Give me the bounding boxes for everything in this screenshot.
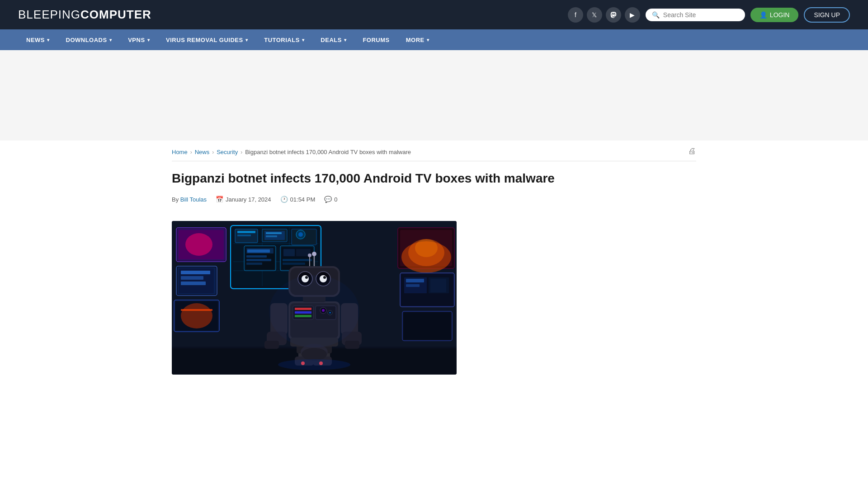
svg-point-106: [308, 253, 311, 257]
search-bar[interactable]: 🔍: [646, 9, 745, 21]
clock-icon: 🕐: [280, 196, 288, 203]
calendar-icon: 📅: [216, 196, 223, 203]
nav-item-virus-removal[interactable]: VIRUS REMOVAL GUIDES ▾: [158, 29, 256, 50]
article-hero-image: [172, 221, 457, 375]
article-date: 📅 January 17, 2024: [216, 196, 271, 203]
comment-icon: 💬: [324, 196, 332, 203]
breadcrumb-home[interactable]: Home: [172, 149, 188, 155]
nav-item-vpns[interactable]: VPNS ▾: [120, 29, 158, 50]
svg-rect-30: [266, 235, 277, 237]
svg-rect-29: [266, 232, 282, 234]
svg-point-5: [185, 233, 212, 256]
author-by-label: By Bill Toulas: [172, 196, 207, 203]
svg-rect-10: [181, 276, 203, 280]
svg-rect-46: [283, 259, 312, 261]
svg-point-53: [415, 239, 438, 257]
article-title: Bigpanzi botnet infects 170,000 Android …: [172, 170, 696, 187]
chevron-down-icon: ▾: [302, 38, 305, 42]
nav-item-downloads[interactable]: DOWNLOADS ▾: [58, 29, 120, 50]
nav-item-news[interactable]: NEWS ▾: [18, 29, 58, 50]
twitter-icon[interactable]: 𝕏: [587, 7, 602, 23]
login-button[interactable]: 👤 LOGIN: [750, 8, 799, 22]
breadcrumb-separator: ›: [190, 149, 192, 155]
site-logo[interactable]: BLEEPINGCOMPUTER: [18, 8, 151, 22]
mastodon-icon[interactable]: [606, 7, 621, 23]
svg-rect-37: [247, 249, 270, 253]
user-icon: 👤: [760, 11, 767, 19]
article-time: 🕐 01:54 PM: [280, 196, 316, 203]
svg-rect-9: [181, 271, 210, 274]
breadcrumb-current: Bigpanzi botnet infects 170,000 Android …: [245, 149, 411, 155]
svg-rect-47: [283, 263, 305, 265]
header-right: f 𝕏 ▶ 🔍 👤 LOGIN SIGN UP: [568, 7, 850, 23]
author-name[interactable]: Bill Toulas: [180, 196, 207, 203]
advertisement-banner: [0, 50, 868, 141]
breadcrumb: Home › News › Security › Bigpanzi botnet…: [172, 141, 696, 161]
nav-item-tutorials[interactable]: TUTORIALS ▾: [256, 29, 312, 50]
signup-button[interactable]: SIGN UP: [804, 7, 850, 23]
print-icon[interactable]: 🖨: [688, 146, 696, 155]
svg-rect-11: [181, 282, 206, 285]
main-nav: NEWS ▾ DOWNLOADS ▾ VPNS ▾ VIRUS REMOVAL …: [0, 29, 868, 50]
chevron-down-icon: ▾: [344, 38, 347, 42]
svg-rect-58: [406, 279, 424, 282]
svg-point-108: [302, 348, 327, 361]
main-content: Home › News › Security › Bigpanzi botnet…: [163, 141, 705, 375]
svg-point-33: [298, 232, 303, 237]
nav-item-deals[interactable]: DEALS ▾: [312, 29, 354, 50]
nav-item-more[interactable]: MORE ▾: [398, 29, 438, 50]
svg-rect-39: [246, 259, 271, 261]
chevron-down-icon: ▾: [109, 38, 112, 42]
facebook-icon[interactable]: f: [568, 7, 583, 23]
svg-rect-15: [181, 309, 212, 311]
article-meta: By Bill Toulas 📅 January 17, 2024 🕐 01:5…: [172, 196, 696, 210]
site-header: BLEEPINGCOMPUTER f 𝕏 ▶ 🔍 👤 LOGIN SIGN UP: [0, 0, 868, 29]
svg-rect-38: [246, 255, 267, 258]
breadcrumb-security[interactable]: Security: [217, 149, 238, 155]
svg-rect-44: [283, 249, 295, 256]
chevron-down-icon: ▾: [427, 38, 429, 42]
svg-point-110: [278, 359, 350, 370]
breadcrumb-separator: ›: [241, 149, 242, 155]
breadcrumb-separator: ›: [212, 149, 214, 155]
svg-rect-25: [237, 231, 255, 233]
social-icons: f 𝕏 ▶: [568, 7, 640, 23]
article-comments[interactable]: 💬 0: [324, 196, 337, 203]
search-input[interactable]: [663, 11, 739, 19]
svg-point-14: [181, 303, 212, 328]
svg-rect-91: [345, 341, 359, 349]
breadcrumb-news[interactable]: News: [195, 149, 210, 155]
chevron-down-icon: ▾: [47, 38, 50, 42]
svg-point-105: [312, 252, 316, 256]
svg-rect-61: [430, 279, 446, 292]
search-icon: 🔍: [652, 11, 660, 19]
svg-rect-88: [264, 341, 279, 349]
svg-point-109: [269, 275, 359, 347]
svg-rect-63: [404, 313, 451, 339]
svg-rect-26: [237, 235, 251, 236]
nav-item-forums[interactable]: FORUMS: [354, 29, 397, 50]
chevron-down-icon: ▾: [245, 38, 248, 42]
svg-rect-59: [406, 284, 420, 287]
youtube-icon[interactable]: ▶: [625, 7, 640, 23]
chevron-down-icon: ▾: [147, 38, 150, 42]
svg-rect-40: [246, 263, 262, 265]
